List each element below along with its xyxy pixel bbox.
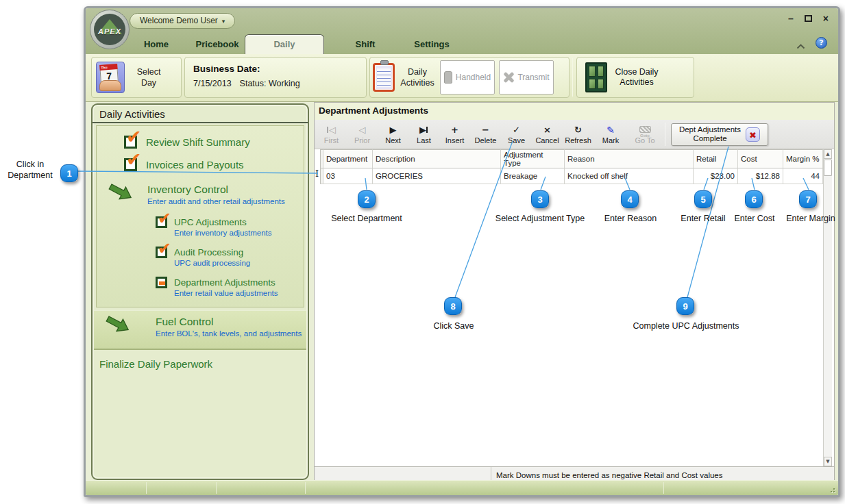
checkbox-partial-icon [156, 277, 167, 288]
callout-label-8: Click Save [413, 320, 495, 331]
user-menu-label: Welcome Demo User [140, 16, 218, 25]
cell-reason[interactable]: Knocked off shelf [565, 168, 694, 184]
help-icon[interactable]: ? [816, 37, 827, 49]
last-icon: ▶ [408, 125, 439, 136]
red-x-icon: ✖ [746, 127, 760, 142]
sidebar-item-upc-adjustments[interactable]: ✔ UPC Adjustments Enter inventory adjust… [156, 216, 304, 237]
daily-activities-sidebar: Daily Activities ✔ Review Shift Summary … [91, 103, 309, 480]
scrollbar-thumb[interactable] [824, 160, 832, 176]
callout-badge-1: 1 [60, 164, 78, 182]
sidebar-item-invoices-payouts[interactable]: ✔ Invoices and Payouts [124, 158, 304, 171]
column-header-adjustment-type[interactable]: Adjustment Type [501, 149, 565, 168]
callout-badge-9: 9 [676, 297, 694, 315]
callout-label-3: Select Adjustment Type [485, 213, 595, 224]
cell-margin[interactable]: 44 [783, 168, 823, 184]
tab-home[interactable]: Home [132, 36, 180, 54]
save-button[interactable]: ✓ Save [501, 125, 532, 144]
user-menu-button[interactable]: Welcome Demo User▾ [130, 13, 235, 29]
content-area: Daily Activities ✔ Review Shift Summary … [86, 102, 838, 480]
goto-button[interactable]: Goto Go To [628, 125, 662, 144]
collapse-ribbon-icon[interactable] [796, 40, 805, 52]
daily-activities-button[interactable]: Daily Activities [373, 63, 436, 92]
delete-button[interactable]: − Delete [470, 125, 501, 144]
select-day-button[interactable]: Thu 7 Select Day [91, 57, 182, 98]
cell-department[interactable]: 03 [323, 168, 373, 184]
resize-grip[interactable] [828, 486, 835, 492]
goto-icon: Goto [628, 125, 662, 136]
close-daily-activities-button[interactable]: Close Daily Activities [576, 57, 694, 98]
titlebar: APEX Welcome Demo User▾ – × Home Pricebo… [86, 8, 838, 54]
chevron-down-icon: ▾ [222, 18, 225, 25]
statusbar-divider [216, 482, 217, 494]
checkbox-checked-icon: ✔ [124, 158, 137, 171]
tab-daily-activities[interactable]: Daily Activities [245, 34, 324, 54]
column-header-retail[interactable]: Retail [694, 149, 738, 168]
cancel-button[interactable]: × Cancel [532, 125, 563, 144]
prior-button[interactable]: ◁ Prior [347, 125, 378, 144]
ribbon-tabs: Home Pricebook Daily Activities Shift Pa… [86, 34, 838, 54]
callout-label-1: Click in Department [1, 159, 59, 181]
insert-button[interactable]: + Insert [439, 125, 470, 144]
callout-badge-4: 4 [621, 190, 639, 208]
first-icon: ◁ [316, 125, 347, 136]
tab-settings[interactable]: Settings [408, 36, 456, 54]
column-header-department[interactable]: Department [323, 149, 373, 168]
next-icon: ▶ [378, 125, 408, 136]
transmit-label: Transmit [517, 73, 549, 82]
sidebar-item-fuel-control[interactable]: Fuel Control Enter BOL's, tank levels, a… [94, 310, 306, 350]
handheld-icon [444, 71, 452, 84]
door-icon [585, 62, 607, 92]
transmit-button[interactable]: Transmit [499, 60, 554, 94]
column-header-margin[interactable]: Margin % [783, 149, 823, 168]
checkbox-checked-icon: ✔ [156, 247, 167, 258]
sidebar-item-finalize-daily-paperwork[interactable]: Finalize Daily Paperwork [99, 358, 212, 370]
mark-button[interactable]: ✎ Mark [593, 125, 628, 144]
refresh-button[interactable]: ↻ Refresh [563, 125, 593, 144]
business-status: Status: Working [240, 79, 300, 88]
column-header-cost[interactable]: Cost [738, 149, 783, 168]
minimize-button[interactable]: – [788, 14, 794, 23]
column-header-reason[interactable]: Reason [565, 149, 694, 168]
insert-icon: + [439, 125, 470, 136]
cell-retail[interactable]: $23.00 [694, 168, 738, 184]
page: APEX Welcome Demo User▾ – × Home Pricebo… [0, 0, 845, 504]
handheld-button[interactable]: Handheld [440, 60, 495, 94]
scroll-up-icon[interactable]: ▲ [824, 149, 832, 159]
clipboard-lines [377, 68, 391, 87]
sidebar-item-audit-processing[interactable]: ✔ Audit Processing UPC audit processing [156, 246, 304, 267]
daily-activities-label: Daily Activities [399, 66, 436, 88]
maximize-button[interactable] [805, 15, 812, 22]
callout-badge-2: 2 [358, 190, 376, 208]
ribbon-separator [572, 58, 573, 97]
tab-pricebook[interactable]: Pricebook [188, 36, 246, 54]
clipboard-clip [380, 60, 389, 65]
sidebar-item-inventory-control[interactable]: Inventory Control Enter audit and other … [108, 184, 304, 207]
cell-cost[interactable]: $12.88 [738, 168, 783, 184]
column-header-description[interactable]: Description [373, 149, 501, 168]
callout-badge-8: 8 [444, 297, 462, 315]
last-button[interactable]: ▶ Last [408, 125, 439, 144]
window-controls: – × [788, 14, 829, 23]
app-window: APEX Welcome Demo User▾ – × Home Pricebo… [84, 6, 840, 497]
statusbar-divider [305, 482, 306, 494]
callout-badge-5: 5 [694, 190, 712, 208]
scroll-down-icon[interactable]: ▼ [824, 457, 832, 466]
sidebar-item-department-adjustments[interactable]: Department Adjustments Enter retail valu… [156, 276, 304, 297]
clipboard-icon [373, 63, 395, 92]
tab-shift-paperwork[interactable]: Shift Paperwork [330, 36, 401, 54]
callout-badge-6: 6 [745, 190, 763, 208]
panel-title-strip: Department Adjustments [315, 103, 834, 120]
refresh-icon: ↻ [563, 125, 593, 136]
next-button[interactable]: ▶ Next [378, 125, 408, 144]
prior-icon: ◁ [347, 125, 378, 136]
toolbar-separator [665, 123, 665, 146]
sidebar-item-review-shift-summary[interactable]: ✔ Review Shift Summary [124, 136, 304, 149]
activities-group: Daily Activities Handheld Transmit [369, 57, 570, 98]
cell-description[interactable]: GROCERIES [373, 168, 501, 184]
cell-adjustment-type[interactable]: Breakage [501, 168, 565, 184]
first-button[interactable]: ◁ First [316, 125, 347, 144]
vertical-scrollbar[interactable]: ▲ ▼ [823, 149, 832, 466]
callout-label-2: Select Department [319, 213, 415, 224]
dept-adjustments-complete-button[interactable]: Dept Adjustments Complete ✖ [671, 123, 768, 146]
close-button[interactable]: × [823, 14, 829, 23]
